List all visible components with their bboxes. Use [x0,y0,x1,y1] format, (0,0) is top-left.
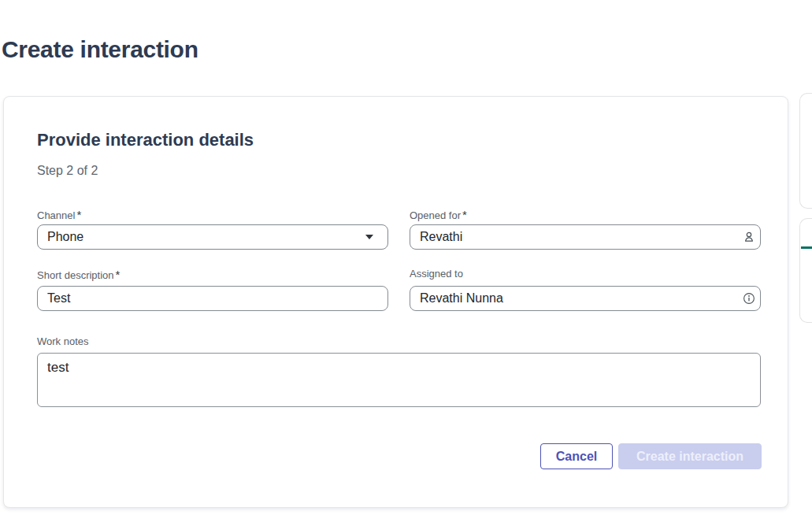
required-asterisk: * [76,208,81,221]
work-notes-textarea[interactable]: test [37,353,761,407]
required-asterisk: * [462,208,467,221]
step-indicator: Step 2 of 2 [37,164,98,178]
work-notes-label-text: Work notes [37,335,89,347]
assigned-to-input[interactable] [410,286,761,311]
opened-for-label-text: Opened for [410,209,461,221]
side-panel-partial-top [799,93,812,209]
opened-for-label: Opened for* [410,208,467,221]
chevron-down-icon [365,235,373,239]
short-description-label: Short description* [37,268,120,281]
cancel-button[interactable]: Cancel [540,443,613,469]
channel-label-text: Channel [37,209,75,221]
channel-label: Channel* [37,208,81,221]
assigned-to-label: Assigned to [410,268,463,280]
card-heading: Provide interaction details [37,130,254,150]
side-panel-partial-bottom [799,218,812,323]
channel-select[interactable]: Phone [37,224,388,250]
create-interaction-page: Create interaction Provide interaction d… [0,0,812,526]
assigned-to-label-text: Assigned to [410,268,463,280]
required-asterisk: * [116,268,121,281]
short-description-label-text: Short description [37,269,114,281]
create-interaction-button[interactable]: Create interaction [618,443,762,469]
channel-select-value: Phone [47,230,365,244]
interaction-details-card: Provide interaction details Step 2 of 2 … [3,96,788,508]
side-panel-teal-accent [801,246,812,249]
opened-for-input[interactable] [410,224,761,250]
work-notes-label: Work notes [37,335,89,347]
short-description-input[interactable] [37,286,388,311]
page-title: Create interaction [2,36,198,63]
